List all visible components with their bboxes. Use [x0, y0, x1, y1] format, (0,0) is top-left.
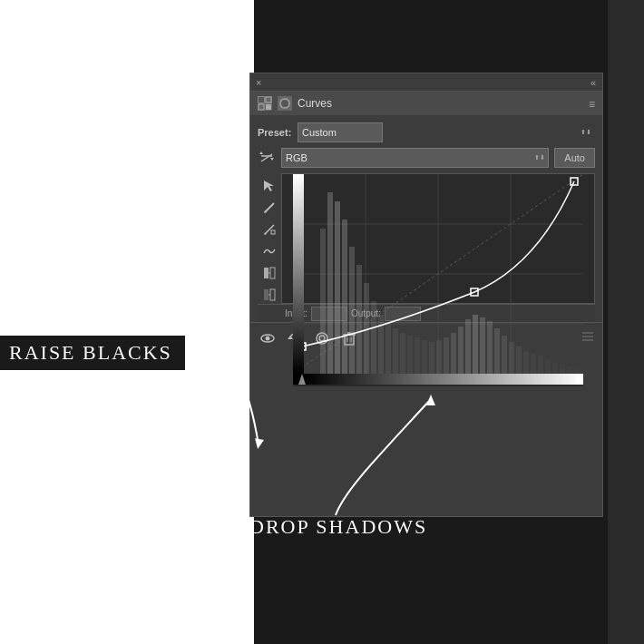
- svg-rect-63: [560, 365, 565, 374]
- raise-blacks-label: raise blacks: [0, 336, 185, 370]
- svg-rect-45: [429, 342, 434, 374]
- svg-rect-37: [371, 301, 376, 374]
- drop-shadows-label: drop shadows: [249, 515, 427, 539]
- svg-rect-21: [270, 289, 275, 300]
- svg-rect-31: [327, 192, 333, 374]
- svg-rect-47: [444, 337, 449, 374]
- svg-point-6: [281, 100, 288, 107]
- svg-rect-34: [349, 247, 355, 374]
- preset-label: Preset:: [258, 127, 292, 138]
- channel-select[interactable]: RGB Red Green Blue: [281, 148, 549, 168]
- svg-rect-36: [364, 283, 369, 374]
- sample-tool-dark[interactable]: [260, 264, 278, 282]
- panel-titlebar: Curves ≡: [250, 92, 602, 115]
- right-sidebar: [608, 0, 644, 644]
- sample-tool-mid[interactable]: [260, 286, 278, 304]
- svg-rect-16: [271, 230, 275, 234]
- collapse-icon[interactable]: «: [590, 77, 597, 88]
- pointer-tool[interactable]: [260, 177, 278, 195]
- curves-icon: [258, 96, 272, 111]
- left-background: [0, 0, 254, 644]
- svg-rect-2: [266, 97, 271, 102]
- svg-rect-44: [422, 340, 427, 374]
- svg-rect-50: [465, 319, 471, 374]
- mask-icon: [278, 96, 292, 111]
- svg-point-76: [266, 337, 270, 341]
- svg-rect-52: [480, 317, 485, 374]
- svg-rect-4: [266, 104, 271, 110]
- svg-rect-18: [270, 268, 275, 278]
- svg-rect-58: [523, 351, 529, 374]
- svg-rect-56: [509, 342, 514, 374]
- curve-section: [258, 173, 595, 304]
- svg-rect-46: [436, 340, 442, 374]
- svg-rect-69: [306, 374, 583, 385]
- svg-rect-51: [473, 315, 478, 374]
- preset-select[interactable]: Custom Default Strong Contrast Linear Me…: [298, 122, 383, 142]
- svg-rect-33: [342, 220, 347, 374]
- preset-select-wrapper: Custom Default Strong Contrast Linear Me…: [298, 122, 595, 142]
- svg-rect-74: [293, 385, 583, 386]
- panel-title: Curves: [298, 97, 332, 110]
- channel-select-wrapper: RGB Red Green Blue: [281, 148, 549, 168]
- svg-rect-61: [545, 360, 551, 374]
- topbar-left: ×: [256, 77, 261, 88]
- svg-rect-49: [458, 327, 463, 374]
- pencil-tool[interactable]: [260, 199, 278, 217]
- svg-rect-30: [320, 229, 326, 374]
- svg-rect-35: [356, 265, 362, 374]
- svg-rect-43: [415, 337, 420, 374]
- svg-marker-10: [270, 158, 274, 161]
- svg-rect-48: [451, 333, 456, 374]
- svg-rect-57: [516, 346, 522, 374]
- svg-rect-17: [264, 268, 268, 278]
- svg-marker-9: [259, 151, 263, 154]
- targeted-tool[interactable]: [260, 220, 278, 239]
- curve-canvas-area[interactable]: [281, 173, 595, 304]
- channel-row: RGB Red Green Blue Auto: [258, 148, 595, 168]
- properties-panel: × « Curves ≡ Preset:: [249, 73, 603, 517]
- svg-rect-65: [574, 368, 580, 374]
- curve-svg: [282, 174, 594, 386]
- svg-rect-64: [567, 366, 572, 374]
- channel-adjust-icon: [258, 149, 276, 167]
- svg-rect-60: [538, 356, 543, 374]
- panel-topbar: × «: [250, 73, 602, 92]
- svg-rect-42: [407, 336, 413, 374]
- wave-tool[interactable]: [260, 242, 278, 260]
- tools-column: [258, 173, 281, 304]
- svg-rect-53: [487, 321, 493, 374]
- svg-rect-20: [264, 289, 268, 300]
- svg-rect-40: [393, 328, 398, 374]
- eye-icon[interactable]: [258, 328, 278, 348]
- svg-rect-3: [259, 104, 264, 110]
- panel-menu-icon[interactable]: ≡: [589, 95, 595, 112]
- preset-row: Preset: Custom Default Strong Contrast L…: [258, 122, 595, 142]
- svg-line-14: [265, 225, 274, 234]
- svg-rect-55: [502, 336, 507, 374]
- svg-rect-1: [259, 97, 264, 102]
- svg-rect-54: [494, 328, 500, 374]
- svg-rect-41: [400, 333, 405, 374]
- svg-rect-62: [552, 363, 558, 374]
- svg-rect-70: [293, 174, 304, 374]
- svg-rect-39: [385, 324, 391, 374]
- svg-rect-32: [335, 201, 340, 374]
- auto-button[interactable]: Auto: [554, 148, 595, 168]
- close-icon[interactable]: ×: [256, 77, 261, 88]
- svg-rect-38: [378, 315, 384, 374]
- svg-line-12: [265, 203, 274, 212]
- panel-body: Preset: Custom Default Strong Contrast L…: [250, 115, 602, 322]
- svg-rect-59: [531, 354, 536, 374]
- svg-marker-11: [264, 181, 274, 191]
